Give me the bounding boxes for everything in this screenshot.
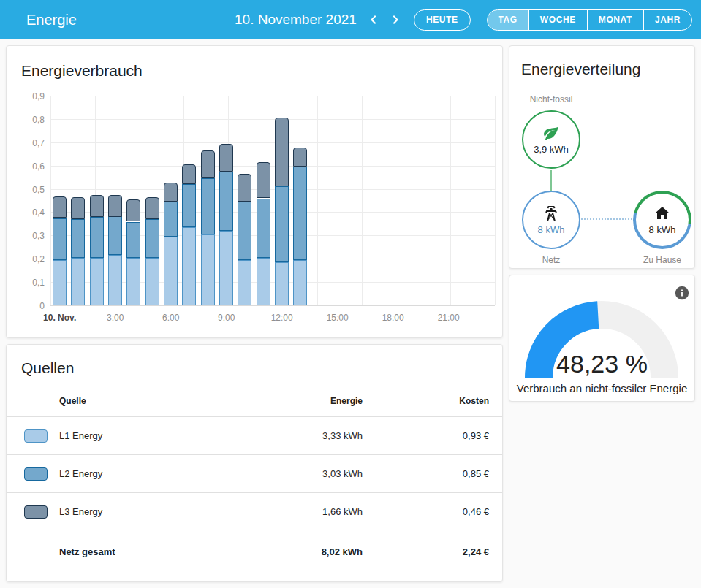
bar-segment-l3-energy[interactable] xyxy=(126,199,140,221)
y-tick-label: 0,4 xyxy=(12,207,45,218)
bar-segment-l3-energy[interactable] xyxy=(275,118,289,186)
non-fossil-gauge-card: 48,23 % Verbrauch an nicht-fossiler Ener… xyxy=(509,275,695,402)
bar-segment-l1-energy[interactable] xyxy=(275,262,289,305)
bar-segment-l2-energy[interactable] xyxy=(53,218,67,260)
series-swatch-l3 xyxy=(24,505,48,519)
bar-segment-l1-energy[interactable] xyxy=(238,260,251,305)
bar-segment-l3-energy[interactable] xyxy=(293,148,307,167)
y-tick-label: 0,3 xyxy=(12,231,45,241)
y-tick-label: 0,9 xyxy=(12,91,45,102)
home-label: Zu Hause xyxy=(633,255,691,265)
bar-segment-l3-energy[interactable] xyxy=(71,197,85,219)
distribution-card-title: Energieverteilung xyxy=(509,46,694,78)
bar-segment-l1-energy[interactable] xyxy=(293,260,307,305)
selected-date-label: 10. November 2021 xyxy=(235,12,357,28)
gauge-value: 48,23 % xyxy=(509,350,694,378)
bar-segment-l1-energy[interactable] xyxy=(164,237,178,305)
leaf-icon xyxy=(542,124,560,142)
bar-segment-l2-energy[interactable] xyxy=(293,167,307,260)
app-header: Energie 10. November 2021 HEUTE TAG WOCH… xyxy=(0,0,701,39)
bar-segment-l2-energy[interactable] xyxy=(126,222,140,258)
consumption-bar-chart: kWh 00,10,20,30,40,50,60,70,80,910. Nov.… xyxy=(50,96,495,306)
source-energy: 3,03 kWh xyxy=(322,468,363,479)
non-fossil-value: 3,9 kWh xyxy=(534,144,569,155)
x-tick-label: 9:00 xyxy=(218,313,235,323)
x-tick-label: 15:00 xyxy=(327,313,349,323)
grid-to-home-connector xyxy=(581,218,632,220)
non-fossil-to-grid-connector xyxy=(550,170,552,191)
bar-segment-l3-energy[interactable] xyxy=(53,196,67,218)
bar-segment-l1-energy[interactable] xyxy=(145,258,159,305)
tab-day[interactable]: TAG xyxy=(488,10,528,30)
y-tick-label: 0,1 xyxy=(12,278,45,288)
bar-segment-l1-energy[interactable] xyxy=(90,258,104,305)
total-energy: 8,02 kWh xyxy=(322,546,363,557)
bar-segment-l2-energy[interactable] xyxy=(219,172,233,231)
next-period-button[interactable] xyxy=(384,9,406,31)
bar-segment-l1-energy[interactable] xyxy=(108,255,122,305)
source-cost: 0,46 € xyxy=(363,506,489,517)
bar-segment-l3-energy[interactable] xyxy=(164,183,178,202)
x-tick-label: 21:00 xyxy=(438,313,460,323)
home-value: 8 kWh xyxy=(649,224,676,235)
dashboard-content: Energieverbrauch kWh 00,10,20,30,40,50,6… xyxy=(0,39,701,588)
table-total-row: Netz gesamt 8,02 kWh 2,24 € xyxy=(7,532,502,570)
source-cost: 0,85 € xyxy=(363,468,489,479)
source-name: L1 Energy xyxy=(59,430,322,441)
bar-segment-l2-energy[interactable] xyxy=(257,199,270,258)
bar-segment-l2-energy[interactable] xyxy=(71,219,85,258)
bar-segment-l3-energy[interactable] xyxy=(238,174,251,202)
bar-segment-l1-energy[interactable] xyxy=(219,231,233,305)
page-title: Energie xyxy=(26,12,77,28)
bar-segment-l3-energy[interactable] xyxy=(145,197,159,219)
bar-segment-l1-energy[interactable] xyxy=(53,260,67,305)
bar-segment-l2-energy[interactable] xyxy=(182,184,196,227)
gridline xyxy=(317,96,318,305)
energy-distribution-card: Energieverteilung Nicht-fossil 3,9 kWh 8… xyxy=(509,45,695,269)
sources-table-header: Quelle Energie Kosten xyxy=(7,377,502,416)
bar-segment-l1-energy[interactable] xyxy=(257,258,270,305)
table-row: L3 Energy 1,66 kWh 0,46 € xyxy=(7,492,502,530)
bar-segment-l1-energy[interactable] xyxy=(182,227,196,305)
home-icon xyxy=(653,205,671,222)
column-header-cost: Kosten xyxy=(363,396,489,406)
bar-segment-l3-energy[interactable] xyxy=(182,164,196,184)
bar-segment-l3-energy[interactable] xyxy=(219,144,233,172)
x-tick-label: 3:00 xyxy=(107,313,124,323)
home-node: 8 kWh xyxy=(636,194,689,246)
bar-segment-l3-energy[interactable] xyxy=(90,195,104,217)
info-icon-button[interactable] xyxy=(673,285,691,302)
bar-segment-l2-energy[interactable] xyxy=(201,178,215,234)
bar-segment-l2-energy[interactable] xyxy=(164,202,178,237)
bar-segment-l2-energy[interactable] xyxy=(90,217,104,258)
bar-segment-l2-energy[interactable] xyxy=(275,186,289,262)
bar-segment-l1-energy[interactable] xyxy=(126,258,140,305)
column-header-source: Quelle xyxy=(59,396,330,406)
series-swatch-l2 xyxy=(24,467,48,481)
tab-month[interactable]: MONAT xyxy=(587,10,643,30)
bar-segment-l1-energy[interactable] xyxy=(71,258,85,305)
bar-segment-l2-energy[interactable] xyxy=(238,202,251,260)
chevron-right-icon xyxy=(387,11,404,28)
bar-segment-l2-energy[interactable] xyxy=(145,219,159,258)
grid-label: Netz xyxy=(522,255,580,265)
x-tick-label: 6:00 xyxy=(162,313,179,323)
source-name: L3 Energy xyxy=(59,506,322,517)
range-tab-group: TAG WOCHE MONAT JAHR xyxy=(487,9,692,31)
previous-period-button[interactable] xyxy=(363,9,384,31)
bar-segment-l2-energy[interactable] xyxy=(108,216,122,255)
source-cost: 0,93 € xyxy=(363,430,489,441)
bar-segment-l3-energy[interactable] xyxy=(108,195,122,217)
bar-segment-l3-energy[interactable] xyxy=(257,162,270,198)
tab-week[interactable]: WOCHE xyxy=(528,10,587,30)
column-header-energy: Energie xyxy=(330,396,363,406)
tab-year[interactable]: JAHR xyxy=(643,10,691,30)
source-energy: 1,66 kWh xyxy=(322,506,363,517)
chevron-left-icon xyxy=(365,11,382,28)
total-cost: 2,24 € xyxy=(363,546,489,557)
bar-segment-l1-energy[interactable] xyxy=(201,234,215,305)
y-tick-label: 0,5 xyxy=(12,185,45,195)
home-node-ring: 8 kWh xyxy=(633,191,691,249)
today-button[interactable]: HEUTE xyxy=(414,9,471,31)
bar-segment-l3-energy[interactable] xyxy=(201,150,215,178)
